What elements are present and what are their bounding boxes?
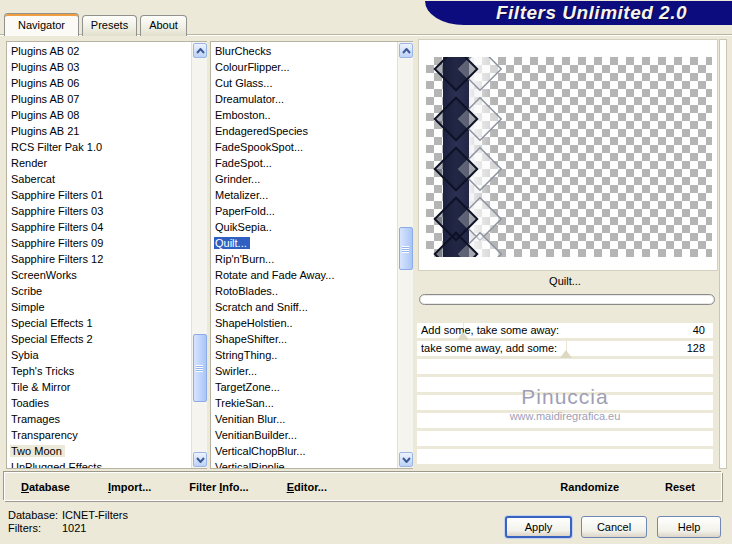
slider-label: take some away, add some:: [421, 341, 557, 356]
list-item[interactable]: Special Effects 1: [7, 315, 191, 331]
list-item[interactable]: ColourFlipper...: [211, 59, 397, 75]
scrollbar-thumb[interactable]: [193, 334, 207, 402]
list-item[interactable]: Teph's Tricks: [7, 363, 191, 379]
list-item[interactable]: Sapphire Filters 03: [7, 203, 191, 219]
list-item[interactable]: Swirler...: [211, 363, 397, 379]
slider-value: 128: [687, 341, 705, 356]
list-item[interactable]: Dreamulator...: [211, 91, 397, 107]
toolbar-button-editor[interactable]: Editor...: [287, 481, 327, 493]
category-list: Plugins AB 02Plugins AB 03Plugins AB 06P…: [7, 43, 191, 468]
list-item[interactable]: QuikSepia..: [211, 219, 397, 235]
list-item[interactable]: Scribe: [7, 283, 191, 299]
slider-row-empty: [417, 359, 713, 374]
tab-about[interactable]: About: [140, 15, 187, 36]
scrollbar-thumb[interactable]: [399, 227, 413, 270]
list-item[interactable]: UnPlugged Effects: [7, 459, 191, 468]
list-item[interactable]: Sapphire Filters 09: [7, 235, 191, 251]
action-button-row: Apply Cancel Help: [0, 516, 732, 538]
list-item[interactable]: Plugins AB 02: [7, 43, 191, 59]
slider-row-empty: [417, 413, 713, 428]
list-item[interactable]: Render: [7, 155, 191, 171]
list-item[interactable]: Special Effects 2: [7, 331, 191, 347]
list-item[interactable]: EndageredSpecies: [211, 123, 397, 139]
preview-image: [418, 39, 718, 271]
list-item[interactable]: Toadies: [7, 395, 191, 411]
list-item[interactable]: VerticalRipplie...: [211, 459, 397, 468]
list-item[interactable]: RotoBlades..: [211, 283, 397, 299]
list-item[interactable]: Grinder...: [211, 171, 397, 187]
apply-button[interactable]: Apply: [505, 516, 572, 538]
category-listbox: Plugins AB 02Plugins AB 03Plugins AB 06P…: [6, 41, 207, 469]
scroll-down-icon[interactable]: [193, 452, 207, 467]
slider-row[interactable]: take some away, add some:128: [417, 341, 713, 356]
list-item[interactable]: Sapphire Filters 04: [7, 219, 191, 235]
list-item[interactable]: Plugins AB 06: [7, 75, 191, 91]
list-item[interactable]: FadeSpot...: [211, 155, 397, 171]
scroll-up-icon[interactable]: [193, 43, 207, 58]
right-edge-strip: [719, 39, 727, 469]
list-item[interactable]: Rotate and Fade Away...: [211, 267, 397, 283]
tab-navigator[interactable]: Navigator: [4, 13, 79, 36]
list-item[interactable]: Quilt...: [211, 235, 397, 251]
list-item[interactable]: ScreenWorks: [7, 267, 191, 283]
list-item[interactable]: BlurChecks: [211, 43, 397, 59]
list-item[interactable]: Rip'n'Burn...: [211, 251, 397, 267]
toolbar-button-database[interactable]: Database: [21, 481, 70, 493]
scroll-up-icon[interactable]: [399, 43, 413, 58]
list-item[interactable]: VerticalChopBlur...: [211, 443, 397, 459]
toolbar-button-import[interactable]: Import...: [108, 481, 151, 493]
list-item[interactable]: Sapphire Filters 01: [7, 187, 191, 203]
list-item[interactable]: Venitian Blur...: [211, 411, 397, 427]
list-item[interactable]: ShapeShifter...: [211, 331, 397, 347]
slider-row-empty: [417, 449, 713, 464]
slider-value: 40: [693, 323, 705, 338]
list-item[interactable]: Cut Glass...: [211, 75, 397, 91]
slider-label: Add some, take some away:: [421, 323, 559, 338]
list-item[interactable]: Tramages: [7, 411, 191, 427]
list-item[interactable]: Plugins AB 21: [7, 123, 191, 139]
list-item[interactable]: Two Moon: [7, 443, 191, 459]
list-item[interactable]: TargetZone...: [211, 379, 397, 395]
slider-row-empty: [417, 395, 713, 410]
list-item[interactable]: Sabercat: [7, 171, 191, 187]
list-item[interactable]: Simple: [7, 299, 191, 315]
quilt-pattern-strip: [426, 57, 712, 257]
list-item[interactable]: Plugins AB 03: [7, 59, 191, 75]
slider-row[interactable]: Add some, take some away:40: [417, 323, 713, 338]
toolbar-left-group: DatabaseImport...Filter Info...Editor...: [5, 481, 327, 493]
list-item[interactable]: Scratch and Sniff...: [211, 299, 397, 315]
slider-row-empty: [417, 377, 713, 392]
list-item[interactable]: ShapeHolstien..: [211, 315, 397, 331]
slider-thumb-icon[interactable]: [457, 332, 469, 340]
list-item[interactable]: Transparency: [7, 427, 191, 443]
slider-thumb-icon[interactable]: [560, 350, 572, 358]
list-item[interactable]: StringThing..: [211, 347, 397, 363]
list-item[interactable]: TrekieSan...: [211, 395, 397, 411]
toolbar-button-reset[interactable]: Reset: [665, 481, 695, 493]
tab-bar: Navigator Presets About Filters Unlimite…: [0, 0, 732, 36]
tab-presets[interactable]: Presets: [82, 15, 137, 36]
list-item[interactable]: Plugins AB 08: [7, 107, 191, 123]
cancel-button[interactable]: Cancel: [581, 516, 647, 538]
filter-scrollbar[interactable]: [397, 42, 413, 468]
filter-list: BlurChecksColourFlipper...Cut Glass...Dr…: [211, 43, 397, 468]
list-item[interactable]: FadeSpookSpot...: [211, 139, 397, 155]
list-item[interactable]: Emboston..: [211, 107, 397, 123]
filter-listbox: BlurChecksColourFlipper...Cut Glass...Dr…: [210, 41, 413, 469]
toolbar-button-filter-info[interactable]: Filter Info...: [189, 481, 248, 493]
category-scrollbar[interactable]: [191, 42, 207, 468]
toolbar: DatabaseImport...Filter Info...Editor...…: [4, 472, 722, 501]
list-item[interactable]: Metalizer...: [211, 187, 397, 203]
scroll-down-icon[interactable]: [399, 452, 413, 467]
list-item[interactable]: Plugins AB 07: [7, 91, 191, 107]
list-item[interactable]: VenitianBuilder...: [211, 427, 397, 443]
list-item[interactable]: Tile & Mirror: [7, 379, 191, 395]
toolbar-button-randomize[interactable]: Randomize: [560, 481, 619, 493]
help-button[interactable]: Help: [657, 516, 721, 538]
app-title: Filters Unlimited 2.0: [425, 1, 732, 25]
progress-bar: [419, 294, 715, 305]
list-item[interactable]: Sybia: [7, 347, 191, 363]
list-item[interactable]: Sapphire Filters 12: [7, 251, 191, 267]
list-item[interactable]: RCS Filter Pak 1.0: [7, 139, 191, 155]
list-item[interactable]: PaperFold...: [211, 203, 397, 219]
